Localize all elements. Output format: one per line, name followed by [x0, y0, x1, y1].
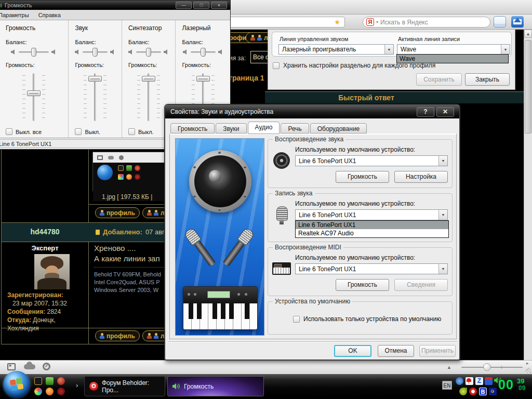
zoom-slider[interactable]	[461, 367, 523, 368]
tab-hardware[interactable]: Оборудование	[310, 123, 367, 134]
volume-thumb[interactable]	[196, 76, 210, 82]
ok-button[interactable]: OK	[334, 345, 371, 357]
mail-icon[interactable]	[511, 16, 524, 28]
tray-sync-icon[interactable]	[456, 377, 463, 385]
dropdown-option[interactable]: Line 6 TonePort UX1	[296, 221, 448, 229]
tray-avira-icon[interactable]	[466, 377, 473, 385]
midi-device-select[interactable]: Line 6 TonePort UX1 ▼	[295, 263, 448, 274]
volume-slider[interactable]	[69, 73, 122, 121]
tray-b-icon[interactable]: B	[479, 388, 487, 395]
profile-button[interactable]: профиль	[95, 207, 140, 218]
scrollbar-thumb[interactable]	[525, 40, 531, 134]
checkbox-icon[interactable]	[128, 128, 135, 135]
balance-slider[interactable]	[136, 51, 161, 53]
opera-turbo-gauge-icon[interactable]	[43, 363, 50, 370]
notes-icon[interactable]	[494, 16, 506, 28]
active-line-dropdown[interactable]: Wave	[396, 54, 509, 63]
menu-help[interactable]: Справка	[38, 12, 61, 18]
quicklaunch-acdsee-icon[interactable]	[34, 377, 42, 385]
zoom-right-icon[interactable]: ▸	[526, 361, 529, 366]
yandex-logo-icon[interactable]: Я	[366, 18, 374, 26]
dialog-title-bar[interactable]: Свойства: Звуки и аудиоустройства ? ✕	[165, 105, 459, 118]
close-button[interactable]: Закрыть	[465, 73, 510, 86]
zoom-slider-knob[interactable]	[483, 363, 491, 371]
task-volume-button[interactable]: Громкость	[167, 376, 264, 396]
minimize-button[interactable]: —	[176, 2, 192, 9]
quicklaunch-download-icon[interactable]	[46, 377, 54, 385]
dropdown-option[interactable]: Wave	[397, 55, 508, 63]
mute-all-checkbox[interactable]: Выкл. все	[0, 128, 68, 135]
search-input[interactable]	[380, 19, 487, 26]
combo-arrow-icon[interactable]: ▼	[438, 210, 447, 220]
playback-volume-button[interactable]: Громкость	[336, 171, 389, 183]
search-engine-dropdown-icon[interactable]: ▾	[376, 20, 378, 24]
checkbox-icon[interactable]	[6, 128, 12, 135]
balance-slider[interactable]	[83, 51, 108, 53]
balance-thumb[interactable]	[146, 48, 151, 57]
clock-hours[interactable]: 00	[498, 377, 514, 392]
quicklaunch-cubes-icon[interactable]	[34, 388, 42, 395]
playback-setup-button[interactable]: Настройка	[394, 171, 448, 183]
tab-volume[interactable]: Громкость	[170, 123, 215, 134]
default-devices-only-checkbox[interactable]: Использовать только устройства по умолча…	[293, 315, 441, 323]
balance-thumb[interactable]	[201, 48, 206, 57]
zoom-menu-icon[interactable]: ▲	[447, 365, 451, 370]
checkbox-icon[interactable]	[75, 128, 82, 135]
quicklaunch-opera-icon[interactable]	[57, 388, 65, 395]
playback-device-select[interactable]: Line 6 TonePort UX1 ▼	[295, 155, 448, 166]
yandex-search-field[interactable]: Я ▾	[363, 17, 490, 28]
quicklaunch-ccleaner-icon[interactable]	[57, 377, 65, 385]
close-button[interactable]: ✕	[436, 107, 454, 117]
midi-details-button[interactable]: Сведения	[394, 279, 448, 291]
tray-trendmicro-icon[interactable]	[469, 388, 477, 395]
quicklaunch-expand-icon[interactable]: ›	[76, 381, 78, 389]
mixer-title-bar[interactable]: Громкость — □ ×	[0, 1, 230, 10]
balance-thumb[interactable]	[31, 48, 36, 57]
volume-thumb[interactable]	[142, 76, 155, 82]
menu-options[interactable]: Параметры	[0, 12, 29, 18]
dropdown-option[interactable]: Realtek AC97 Audio	[296, 229, 448, 237]
scroll-up-icon[interactable]: ▲	[524, 30, 532, 38]
volume-thumb[interactable]	[88, 76, 102, 82]
attachment-image[interactable]	[92, 152, 170, 191]
post-username[interactable]: hd44780	[2, 228, 88, 236]
language-indicator[interactable]: EN	[442, 381, 452, 390]
cancel-button[interactable]: Отмена	[378, 345, 414, 357]
opera-unite-cloud-icon[interactable]	[24, 364, 35, 369]
volume-slider[interactable]	[0, 73, 68, 121]
tab-audio[interactable]: Аудио	[248, 122, 280, 134]
combo-arrow-icon[interactable]: ▼	[501, 45, 510, 54]
volume-thumb[interactable]	[27, 90, 41, 96]
maximize-button[interactable]: □	[193, 2, 209, 9]
save-button[interactable]: Сохранить	[416, 73, 462, 86]
bookmark-star-icon[interactable]: ★	[334, 18, 340, 26]
active-line-select[interactable]: Wave ▼	[397, 44, 510, 55]
checkbox-icon[interactable]	[293, 316, 300, 323]
balance-thumb[interactable]	[92, 48, 98, 57]
quicklaunch-firefox-icon[interactable]	[46, 388, 54, 395]
scrollbar[interactable]: ▲	[524, 30, 532, 360]
resize-grip[interactable]	[526, 368, 531, 373]
profile-button[interactable]: профиль	[95, 330, 140, 341]
tab-speech[interactable]: Речь	[281, 123, 309, 134]
recording-device-select[interactable]: Line 6 TonePort UX1 ▼	[295, 209, 448, 220]
help-button[interactable]: ?	[417, 107, 434, 117]
start-button[interactable]	[3, 371, 30, 398]
close-button[interactable]: ×	[211, 2, 227, 9]
balance-slider[interactable]	[191, 51, 216, 53]
combo-arrow-icon[interactable]: ▼	[384, 45, 393, 54]
tray-floppy-icon[interactable]	[485, 377, 493, 385]
tray-radio-icon[interactable]	[489, 388, 497, 395]
task-forum-button[interactable]: O Форум Beholder: Про...	[84, 376, 165, 396]
balance-slider[interactable]	[19, 51, 49, 53]
clock-seconds[interactable]: 09	[518, 384, 525, 392]
combo-arrow-icon[interactable]: ▼	[438, 264, 447, 274]
clock-minutes[interactable]: 39	[517, 377, 524, 385]
mute-checkbox[interactable]: Выкл.	[69, 128, 122, 135]
midi-volume-button[interactable]: Громкость	[336, 279, 389, 291]
recording-device-dropdown[interactable]: Line 6 TonePort UX1 Realtek AC97 Audio	[295, 220, 449, 238]
combo-arrow-icon[interactable]: ▼	[438, 156, 447, 166]
checkbox-icon[interactable]	[273, 62, 280, 69]
tray-zalarm-icon[interactable]: Z	[475, 377, 483, 385]
tray-nvidia-icon[interactable]	[459, 388, 467, 395]
